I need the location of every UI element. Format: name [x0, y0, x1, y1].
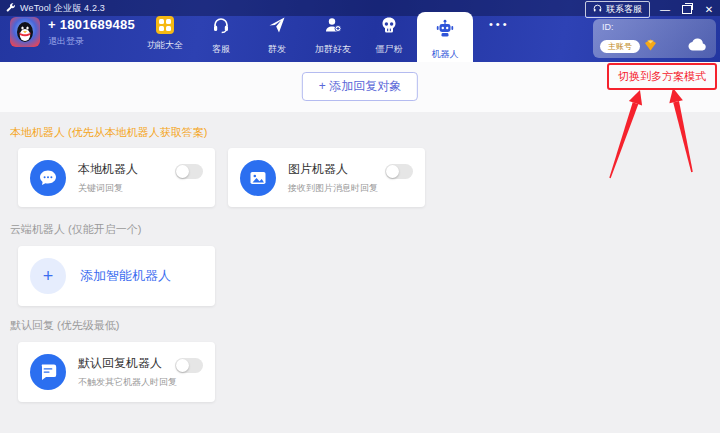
person-add-icon: [324, 16, 342, 38]
nav-tabs: 功能大全 客服 群发 加群好友: [137, 0, 473, 62]
tab-label: 机器人: [432, 48, 459, 61]
gem-icon: [644, 37, 657, 55]
wetool-window: WeTool 企业版 4.2.3 联系客服 — ✕: [0, 0, 720, 433]
more-menu-icon[interactable]: •••: [489, 18, 510, 30]
section-local-robot-title: 本地机器人 (优先从本地机器人获取答案): [10, 125, 207, 140]
skull-icon: [380, 16, 398, 38]
tab-label: 功能大全: [147, 39, 183, 52]
robot-page: + 添加回复对象 切换到多方案模式 本地机器人 (优先从本地机器人获取答案) 本…: [0, 62, 720, 433]
picture-icon: [240, 160, 276, 196]
robot-icon: [435, 19, 455, 43]
red-highlight-box: 切换到多方案模式: [607, 63, 717, 90]
avatar: [10, 17, 40, 47]
card-title: 图片机器人: [288, 161, 378, 178]
card-subtitle: 关键词回复: [78, 182, 138, 195]
send-icon: [268, 16, 286, 38]
main-account-badge: 主账号: [600, 40, 640, 53]
contact-support-label: 联系客服: [606, 3, 642, 16]
section-cloud-robot-title: 云端机器人 (仅能开启一个): [10, 222, 141, 237]
tab-robot[interactable]: 机器人: [417, 12, 473, 62]
tab-function-list[interactable]: 功能大全: [137, 0, 193, 62]
plus-icon: +: [30, 258, 66, 294]
tab-label: 加群好友: [315, 43, 351, 56]
default-robot-toggle[interactable]: [175, 358, 203, 373]
logout-link[interactable]: 退出登录: [48, 35, 135, 48]
headset-icon: [212, 16, 230, 38]
tab-mass-send[interactable]: 群发: [249, 0, 305, 62]
app-title: WeTool 企业版 4.2.3: [20, 2, 105, 15]
card-subtitle: 不触发其它机器人时回复: [78, 376, 177, 389]
tab-label: 群发: [268, 43, 286, 56]
account-phone: + 1801689485: [48, 17, 135, 32]
image-robot-card[interactable]: 图片机器人 接收到图片消息时回复: [228, 148, 425, 207]
maximize-icon: [682, 5, 692, 14]
add-smart-robot-card[interactable]: + 添加智能机器人: [18, 246, 215, 306]
card-title: 默认回复机器人: [78, 355, 177, 372]
id-label: ID:: [602, 22, 614, 32]
chat-lines-icon: [30, 354, 66, 390]
tab-label: 僵尸粉: [376, 43, 403, 56]
section-default-reply-title: 默认回复 (优先级最低): [10, 318, 119, 333]
headset-icon: [593, 4, 602, 15]
account-info: + 1801689485 退出登录: [10, 17, 135, 48]
maximize-button[interactable]: [680, 4, 694, 16]
local-robot-card[interactable]: 本地机器人 关键词回复: [18, 148, 215, 207]
switch-multi-plan-mode-button[interactable]: 切换到多方案模式: [610, 66, 714, 87]
card-subtitle: 接收到图片消息时回复: [288, 182, 378, 195]
wrench-icon: [6, 3, 16, 13]
account-id-card: ID: 主账号: [593, 19, 716, 58]
grid-icon: [156, 16, 174, 34]
tab-zombie-fans[interactable]: 僵尸粉: [361, 0, 417, 62]
default-reply-robot-card[interactable]: 默认回复机器人 不触发其它机器人时回复: [18, 342, 215, 402]
local-robot-toggle[interactable]: [175, 164, 203, 179]
tab-add-group-friends[interactable]: 加群好友: [305, 0, 361, 62]
tab-label: 客服: [212, 43, 230, 56]
app-header: WeTool 企业版 4.2.3 联系客服 — ✕: [0, 0, 720, 62]
cloud-icon: [688, 37, 708, 55]
add-smart-robot-label: 添加智能机器人: [80, 267, 171, 285]
minimize-button[interactable]: —: [658, 4, 672, 16]
contact-support-button[interactable]: 联系客服: [585, 1, 650, 18]
image-robot-toggle[interactable]: [385, 164, 413, 179]
add-reply-target-button[interactable]: + 添加回复对象: [302, 72, 418, 101]
chat-dots-icon: [30, 160, 66, 196]
card-title: 本地机器人: [78, 161, 138, 178]
close-button[interactable]: ✕: [702, 4, 716, 16]
tab-customer-service[interactable]: 客服: [193, 0, 249, 62]
